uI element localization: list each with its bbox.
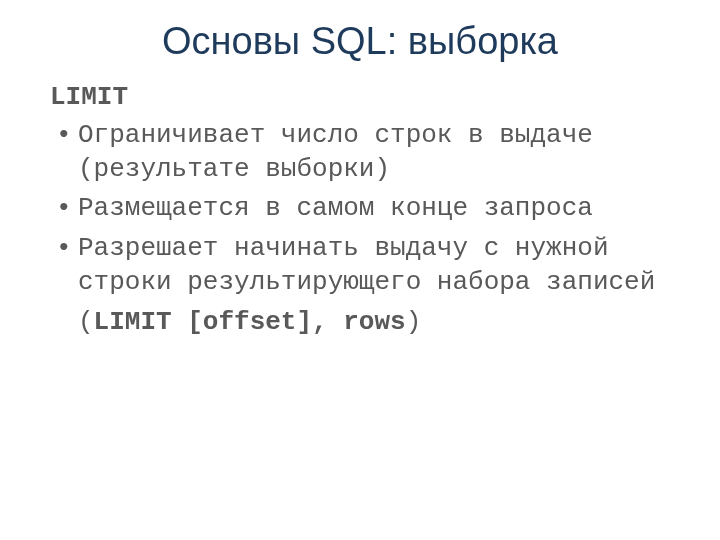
paren-open: (: [78, 307, 94, 337]
bullet-text: Размещается в самом конце запроса: [78, 193, 593, 223]
slide-title: Основы SQL: выборка: [50, 20, 670, 63]
list-item: Размещается в самом конце запроса: [50, 192, 670, 226]
bullet-text: Разрешает начинать выдачу с нужной строк…: [78, 233, 655, 297]
syntax-line: (LIMIT [offset], rows): [50, 306, 670, 340]
paren-close: ): [406, 307, 422, 337]
slide: Основы SQL: выборка LIMIT Ограничивает ч…: [0, 0, 720, 540]
keyword-limit: LIMIT: [50, 81, 670, 115]
bullet-text: Ограничивает число строк в выдаче (резул…: [78, 120, 593, 184]
syntax-bold: LIMIT [offset], rows: [94, 307, 406, 337]
list-item: Разрешает начинать выдачу с нужной строк…: [50, 232, 670, 300]
bullet-list: Ограничивает число строк в выдаче (резул…: [50, 119, 670, 300]
list-item: Ограничивает число строк в выдаче (резул…: [50, 119, 670, 187]
slide-content: LIMIT Ограничивает число строк в выдаче …: [50, 81, 670, 340]
